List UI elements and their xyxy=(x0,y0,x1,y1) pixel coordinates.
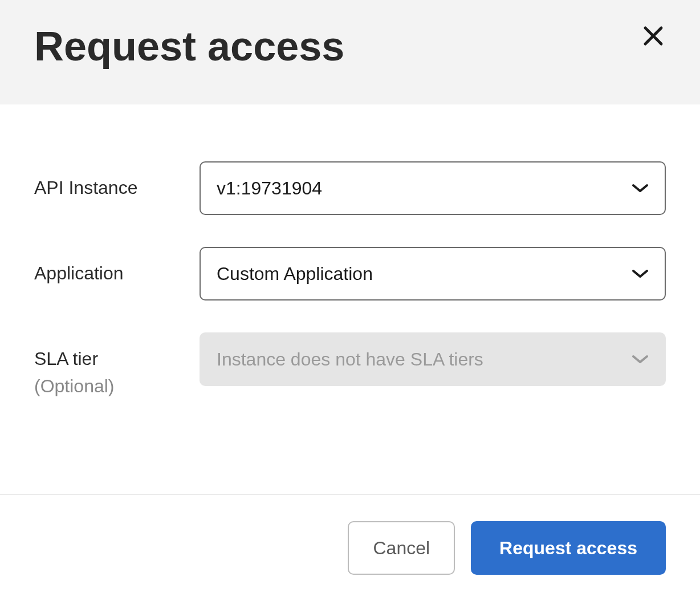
dialog-body: API Instance v1:19731904 Application xyxy=(0,104,700,494)
sla-tier-select: Instance does not have SLA tiers xyxy=(200,332,666,386)
cancel-button[interactable]: Cancel xyxy=(348,521,455,575)
api-instance-select[interactable]: v1:19731904 xyxy=(200,161,666,215)
chevron-down-icon xyxy=(632,183,649,193)
sla-tier-row: SLA tier (Optional) Instance does not ha… xyxy=(34,332,666,400)
dialog-header: Request access xyxy=(0,0,700,104)
request-access-dialog: Request access API Instance v1:19731904 xyxy=(0,0,700,601)
api-instance-row: API Instance v1:19731904 xyxy=(34,161,666,215)
application-value: Custom Application xyxy=(217,263,373,285)
api-instance-value: v1:19731904 xyxy=(217,178,322,199)
application-label: Application xyxy=(34,259,200,287)
application-select[interactable]: Custom Application xyxy=(200,247,666,300)
sla-tier-label: SLA tier (Optional) xyxy=(34,345,200,400)
api-instance-label: API Instance xyxy=(34,174,200,201)
chevron-down-icon xyxy=(632,354,649,364)
request-access-button[interactable]: Request access xyxy=(471,521,666,575)
application-row: Application Custom Application xyxy=(34,247,666,300)
dialog-footer: Cancel Request access xyxy=(0,494,700,601)
dialog-title: Request access xyxy=(34,23,666,70)
sla-tier-optional: (Optional) xyxy=(34,372,200,400)
chevron-down-icon xyxy=(632,269,649,279)
close-icon xyxy=(643,26,664,48)
sla-tier-placeholder: Instance does not have SLA tiers xyxy=(217,349,483,370)
close-button[interactable] xyxy=(641,24,666,49)
